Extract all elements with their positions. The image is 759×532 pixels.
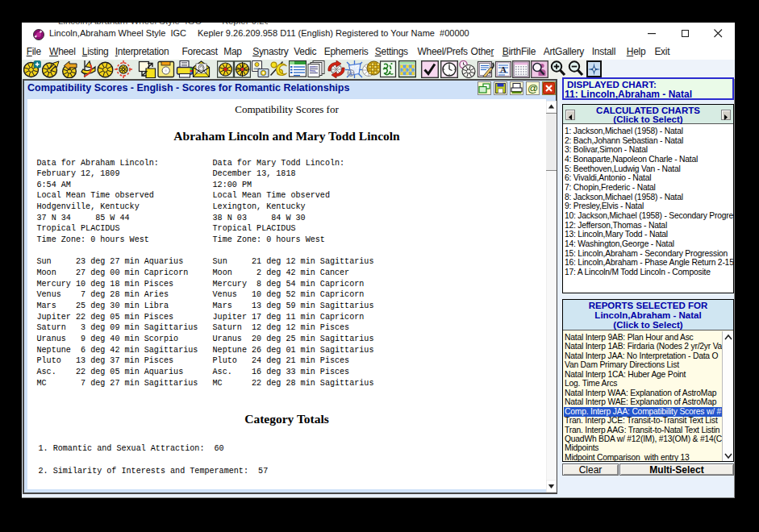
svg-text:@: @ — [528, 82, 538, 94]
svg-text:A: A — [500, 64, 507, 74]
